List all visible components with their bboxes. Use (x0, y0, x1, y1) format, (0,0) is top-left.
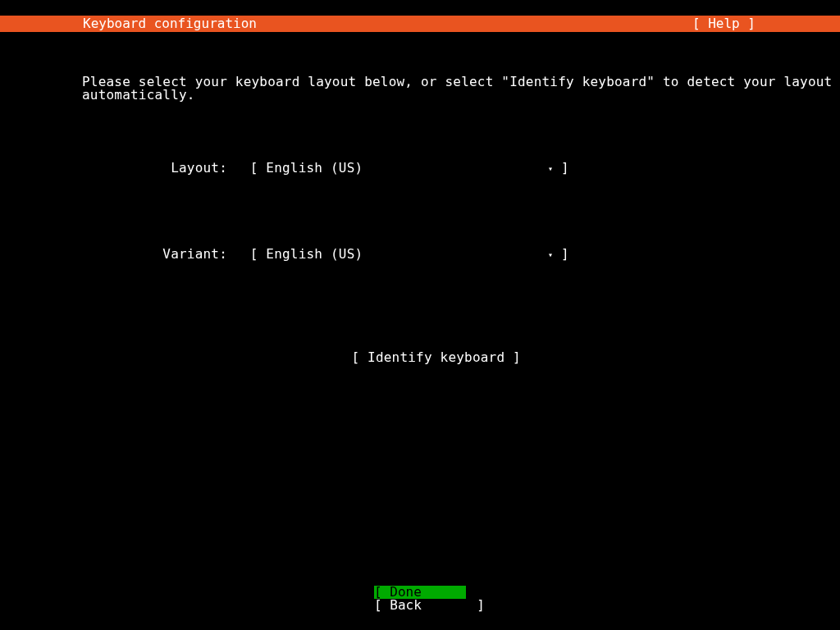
help-button[interactable]: [ Help ] (692, 16, 833, 32)
layout-select-arrow[interactable]: ▾ ] (548, 162, 569, 176)
variant-select-arrow[interactable]: ▾ ] (548, 248, 569, 262)
layout-value: [ English (US) (250, 160, 363, 176)
page-title: Keyboard configuration (7, 16, 257, 32)
layout-row: Layout: [ English (US) ▾ ] (82, 162, 758, 175)
layout-close-bracket: ] (561, 160, 569, 176)
chevron-down-icon: ▾ (548, 164, 553, 173)
chevron-down-icon: ▾ (548, 250, 553, 259)
layout-select[interactable]: [ English (US) (234, 162, 363, 175)
variant-row: Variant: [ English (US) ▾ ] (82, 248, 758, 261)
layout-label: Layout: (82, 162, 234, 175)
variant-label: Variant: (82, 248, 234, 261)
back-button[interactable]: [ Back ] (374, 599, 466, 612)
variant-value: [ English (US) (250, 246, 363, 262)
footer: [ Done ] [ Back ] (0, 586, 840, 612)
content-area: Please select your keyboard layout below… (0, 32, 840, 396)
identify-keyboard-button[interactable]: [ Identify keyboard ] (351, 349, 521, 365)
variant-close-bracket: ] (561, 246, 569, 262)
instruction-text: Please select your keyboard layout below… (82, 75, 758, 102)
header-bar: Keyboard configuration [ Help ] (0, 16, 840, 32)
identify-keyboard-row: [ Identify keyboard ] (82, 334, 758, 381)
variant-select[interactable]: [ English (US) (234, 248, 363, 261)
